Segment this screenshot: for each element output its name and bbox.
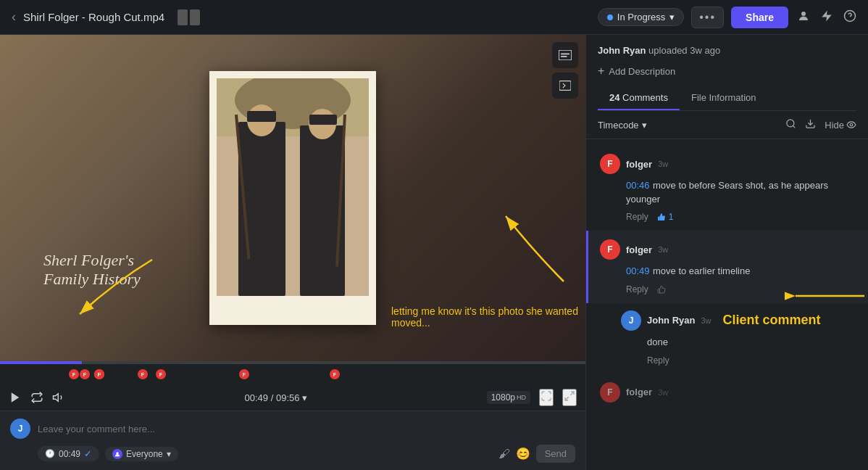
subtitles-button[interactable] bbox=[552, 42, 578, 68]
comment-body-2: 00:49 move to earlier timeline Reply bbox=[600, 264, 856, 294]
user-icon[interactable] bbox=[797, 9, 810, 25]
filter-icons: Hide bbox=[785, 118, 856, 131]
svg-rect-7 bbox=[247, 111, 276, 122]
reply-actions: Reply bbox=[621, 353, 856, 366]
video-actions bbox=[552, 42, 578, 99]
download-icon[interactable] bbox=[805, 118, 816, 131]
photo-inner bbox=[217, 78, 369, 296]
svg-marker-34 bbox=[54, 394, 59, 402]
svg-rect-15 bbox=[561, 56, 567, 57]
status-label: In Progress bbox=[617, 12, 665, 22]
comment-time: 3w bbox=[658, 160, 668, 168]
status-dot bbox=[607, 15, 613, 20]
comment-input-row: J bbox=[10, 419, 575, 439]
like-button[interactable]: 1 bbox=[657, 212, 674, 222]
audience-label: Everyone bbox=[126, 449, 163, 459]
volume-button[interactable] bbox=[52, 391, 65, 404]
quality-badge[interactable]: 1080pHD bbox=[487, 391, 530, 404]
marker-5[interactable]: F bbox=[156, 369, 166, 379]
like-button-2[interactable] bbox=[657, 285, 666, 294]
uploader-name: John Ryan bbox=[598, 45, 646, 56]
upload-time: uploaded 3w ago bbox=[648, 45, 720, 56]
video-area[interactable]: Sherl Folger's Family History bbox=[0, 35, 585, 361]
search-icon[interactable] bbox=[785, 118, 796, 131]
comment-actions-2: Reply bbox=[626, 284, 856, 294]
svg-point-40 bbox=[850, 123, 853, 126]
nested-reply-button[interactable]: Reply bbox=[647, 355, 669, 366]
bolt-icon[interactable] bbox=[820, 9, 833, 25]
plus-icon: + bbox=[598, 65, 604, 78]
loop-button[interactable] bbox=[30, 391, 43, 404]
comment-item-active: F folger 3w 00:49 move to earlier timeli… bbox=[586, 231, 868, 302]
svg-rect-14 bbox=[561, 53, 569, 54]
reply-author: John Ryan bbox=[647, 315, 695, 326]
svg-line-36 bbox=[565, 397, 569, 400]
svg-text:F: F bbox=[159, 372, 163, 377]
reply-header: J John Ryan 3w Client comment bbox=[621, 310, 856, 331]
comment-toolbar: 🕐 00:49 ✓ Everyone ▾ 🖌 😊 Send bbox=[10, 445, 575, 463]
timecode-display: 00:49 / 09:56 ▾ bbox=[245, 392, 308, 403]
timestamp-chip[interactable]: 🕐 00:49 ✓ bbox=[38, 446, 99, 461]
sidebar: John Ryan uploaded 3w ago + Add Descript… bbox=[585, 35, 868, 470]
comment-author-2: folger bbox=[626, 244, 652, 255]
layout-toggle[interactable] bbox=[178, 9, 200, 25]
commenter-avatar-f: F bbox=[600, 154, 620, 174]
svg-rect-9 bbox=[300, 125, 345, 296]
emoji-button[interactable]: 😊 bbox=[516, 447, 530, 461]
send-button[interactable]: Send bbox=[536, 445, 575, 463]
marker-2[interactable]: F bbox=[80, 369, 90, 379]
comment-time-2: 3w bbox=[658, 245, 668, 254]
add-description-button[interactable]: + Add Description bbox=[598, 65, 856, 78]
help-icon[interactable] bbox=[843, 9, 856, 25]
client-comment-label: Client comment bbox=[723, 313, 821, 328]
reply-avatar: J bbox=[621, 310, 641, 331]
comment-text: move to before Sears shot, as he appears… bbox=[626, 180, 828, 205]
more-button[interactable]: ••• bbox=[691, 7, 724, 28]
comment-text-2: move to earlier timeline bbox=[653, 265, 750, 276]
marker-4[interactable]: F bbox=[138, 369, 148, 379]
reply-time: 3w bbox=[701, 316, 711, 325]
topbar-left: ‹ Shirl Folger - Rough Cut.mp4 bbox=[12, 9, 589, 25]
svg-text:F: F bbox=[83, 372, 87, 377]
video-panel: Sherl Folger's Family History bbox=[0, 35, 585, 470]
reply-button-2[interactable]: Reply bbox=[626, 284, 648, 294]
timeline-markers: F F F F F F F bbox=[0, 364, 585, 384]
timecode-filter[interactable]: Timecode ▾ bbox=[598, 120, 647, 131]
play-button[interactable] bbox=[9, 391, 22, 404]
resize-button[interactable] bbox=[539, 389, 554, 406]
uploader-info: John Ryan uploaded 3w ago bbox=[598, 45, 856, 56]
marker-3[interactable]: F bbox=[94, 369, 104, 379]
clock-icon: 🕐 bbox=[45, 449, 55, 458]
audience-chip[interactable]: Everyone ▾ bbox=[105, 447, 178, 461]
reply-button[interactable]: Reply bbox=[626, 212, 648, 222]
video-title-overlay: Sherl Folger's Family History bbox=[43, 251, 141, 289]
marker-1[interactable]: F bbox=[69, 369, 79, 379]
hide-button[interactable]: Hide bbox=[825, 118, 856, 131]
audience-icon bbox=[112, 449, 122, 459]
svg-text:F: F bbox=[98, 371, 101, 378]
comment-timecode-2[interactable]: 00:49 bbox=[626, 265, 650, 276]
fullscreen-button[interactable] bbox=[562, 389, 577, 406]
file-title: Shirl Folger - Rough Cut.mp4 bbox=[23, 11, 164, 23]
marker-7[interactable]: F bbox=[330, 369, 340, 379]
comment-text-input[interactable] bbox=[38, 424, 575, 434]
video-action-2[interactable] bbox=[552, 73, 578, 99]
comment-timecode[interactable]: 00:46 bbox=[626, 180, 650, 191]
title-line2: Family History bbox=[43, 270, 141, 289]
svg-point-0 bbox=[801, 12, 806, 16]
footer-comment-time: 3w bbox=[658, 388, 668, 397]
footer-comment-header: F folger 3w bbox=[600, 382, 856, 403]
share-button[interactable]: Share bbox=[731, 7, 788, 28]
svg-line-35 bbox=[570, 392, 574, 395]
tab-file-info[interactable]: File Information bbox=[680, 86, 768, 110]
tab-comments[interactable]: 24 Comments bbox=[598, 86, 680, 110]
back-button[interactable]: ‹ bbox=[12, 9, 16, 25]
comment-item-footer: F folger 3w bbox=[586, 374, 868, 416]
marker-6[interactable]: F bbox=[239, 369, 249, 379]
commenter-avatar: J bbox=[10, 419, 30, 439]
status-badge[interactable]: In Progress ▾ bbox=[598, 8, 684, 26]
main-content: Sherl Folger's Family History bbox=[0, 35, 868, 470]
topbar-center: In Progress ▾ ••• Share bbox=[598, 7, 788, 28]
reply-text: done bbox=[647, 337, 668, 347]
brush-button[interactable]: 🖌 bbox=[498, 448, 510, 461]
